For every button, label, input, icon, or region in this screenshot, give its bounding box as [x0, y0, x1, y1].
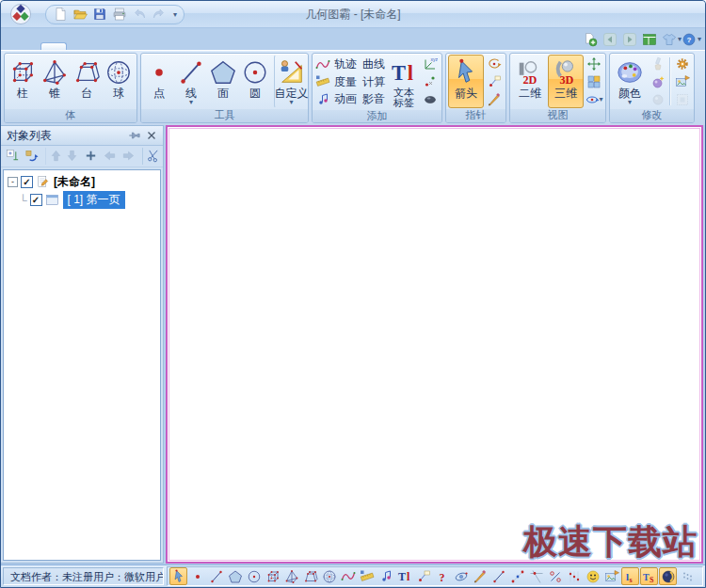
line-button[interactable]: 线 [175, 55, 207, 108]
add-item-button[interactable] [83, 148, 100, 165]
tab-construct[interactable] [120, 41, 146, 50]
measure-tool[interactable] [358, 567, 376, 585]
view-3d-button[interactable]: 3D 三维 [548, 55, 584, 108]
material-dim-button[interactable] [649, 91, 666, 108]
tag-point-button[interactable] [485, 73, 503, 90]
maximize-button[interactable] [661, 8, 677, 22]
curve-button[interactable]: 曲线 [361, 56, 387, 72]
calc-button[interactable]: 计算 [361, 74, 387, 90]
intersection-tool[interactable] [527, 567, 545, 585]
style-brush-button[interactable] [649, 56, 666, 72]
settings-button[interactable] [673, 56, 691, 72]
label-tool[interactable] [414, 567, 432, 585]
undo-button[interactable] [132, 7, 148, 23]
visibility-checkbox[interactable]: ✓ [30, 194, 42, 206]
tree-expander[interactable]: - [8, 177, 18, 187]
tab-common[interactable] [40, 42, 67, 50]
document-label[interactable]: [未命名] [54, 174, 95, 190]
midpoint-tool[interactable] [508, 567, 526, 585]
tab-measure[interactable] [199, 41, 225, 50]
axis-2d-toggle[interactable]: ls [621, 567, 639, 585]
move-left-button[interactable] [102, 148, 119, 165]
pan-view-button[interactable] [585, 56, 602, 72]
cut-button[interactable] [142, 148, 159, 165]
tree-item-document[interactable]: - ✓ [未命名] [6, 173, 158, 191]
new-document-button[interactable] [53, 7, 69, 23]
segment-tool[interactable] [489, 567, 507, 585]
save-button[interactable] [92, 7, 108, 23]
media-button[interactable]: 影音 [361, 91, 387, 107]
app-logo-icon[interactable] [8, 2, 36, 26]
face-button[interactable]: 面 [207, 55, 239, 108]
close-panel-icon[interactable] [145, 129, 159, 143]
qat-options-caret[interactable]: ▾ [173, 10, 177, 19]
text-tool[interactable]: Tl [395, 567, 413, 585]
globe-toggle[interactable] [659, 567, 677, 585]
drawing-canvas[interactable]: 极速下载站 [166, 125, 703, 564]
align-tool[interactable] [565, 567, 583, 585]
smiley-tool[interactable] [584, 567, 602, 585]
print-button[interactable] [112, 7, 128, 23]
cone-button[interactable]: 锥 [39, 55, 71, 108]
visibility-checkbox[interactable]: ✓ [21, 176, 33, 188]
animation-button[interactable]: 动画 [332, 91, 359, 107]
custom-button[interactable]: 自定义 [274, 55, 306, 108]
prism-tool[interactable] [264, 567, 281, 585]
circle-tool[interactable] [245, 567, 263, 585]
axis-3d-toggle[interactable]: TS [640, 567, 658, 585]
expand-all-button[interactable] [5, 148, 22, 165]
export-tool[interactable] [602, 567, 620, 585]
tile-view-button[interactable] [585, 73, 602, 90]
redo-button[interactable] [152, 7, 168, 23]
animation-tool[interactable] [377, 567, 394, 585]
prev-page-button[interactable] [602, 31, 618, 47]
rotate-view-button[interactable] [585, 91, 602, 108]
sync-button[interactable] [24, 148, 40, 165]
tab-edit[interactable] [67, 41, 93, 50]
minimize-button[interactable] [640, 8, 656, 22]
point-tool[interactable] [188, 567, 206, 585]
frame-button[interactable] [673, 91, 691, 108]
point-button[interactable]: 点 [143, 55, 175, 108]
line-tool[interactable] [207, 567, 225, 585]
page-label[interactable]: [ 1] 第一页 [63, 191, 125, 209]
pin-icon[interactable] [128, 129, 142, 143]
prism-button[interactable]: 柱 [7, 55, 39, 108]
draw-pencil-button[interactable] [485, 91, 503, 108]
face-tool[interactable] [226, 567, 244, 585]
query-tool[interactable]: ? [433, 567, 451, 585]
next-page-button[interactable] [622, 31, 638, 47]
sphere-tool[interactable] [320, 567, 338, 585]
pencil-tool[interactable] [471, 567, 489, 585]
ratio-tool[interactable] [546, 567, 564, 585]
arrow-pointer-button[interactable]: 箭头 [448, 55, 484, 108]
tree-item-page[interactable]: └ ✓ [ 1] 第一页 [6, 191, 158, 209]
sphere-button[interactable]: 球 [103, 55, 135, 108]
coordinate-system-button[interactable]: xyz [421, 56, 439, 72]
page-manager-button[interactable] [642, 31, 658, 47]
move-up-button[interactable] [45, 148, 62, 165]
open-button[interactable] [72, 7, 88, 23]
tab-insert[interactable] [146, 41, 172, 50]
toolbar-grip[interactable] [678, 567, 696, 585]
material-button[interactable] [649, 73, 666, 90]
locus-button[interactable]: 轨迹 [332, 56, 359, 72]
color-button[interactable]: 颜色 [612, 55, 648, 108]
orbit-tool[interactable] [452, 567, 470, 585]
tab-transform[interactable] [172, 41, 199, 50]
circle-button[interactable]: 圆 [239, 55, 271, 108]
point-pair-button[interactable] [421, 73, 439, 90]
measure-button[interactable]: 度量 [332, 74, 359, 90]
rotate-point-button[interactable] [485, 56, 503, 72]
frustum-tool[interactable] [301, 567, 319, 585]
frustum-button[interactable]: 台 [71, 55, 103, 108]
close-button[interactable] [682, 8, 698, 22]
export-image-button[interactable] [673, 73, 691, 90]
move-down-button[interactable] [64, 148, 81, 165]
help-button[interactable]: ? [682, 31, 698, 47]
move-right-button[interactable] [120, 148, 137, 165]
tab-display[interactable] [93, 41, 120, 50]
view-2d-button[interactable]: 2D 二维 [512, 55, 548, 108]
locus-tool[interactable] [339, 567, 357, 585]
cone-tool[interactable] [282, 567, 300, 585]
